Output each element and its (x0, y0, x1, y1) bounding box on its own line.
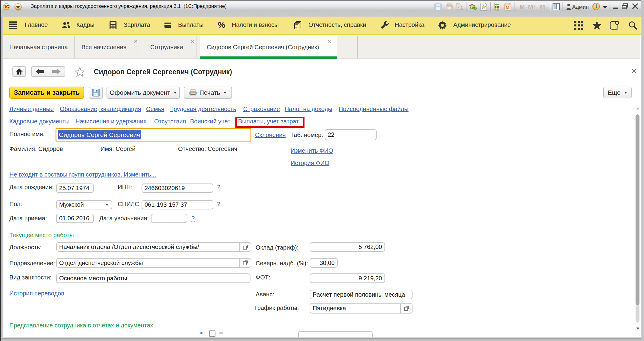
svg-text:31: 31 (505, 5, 510, 10)
